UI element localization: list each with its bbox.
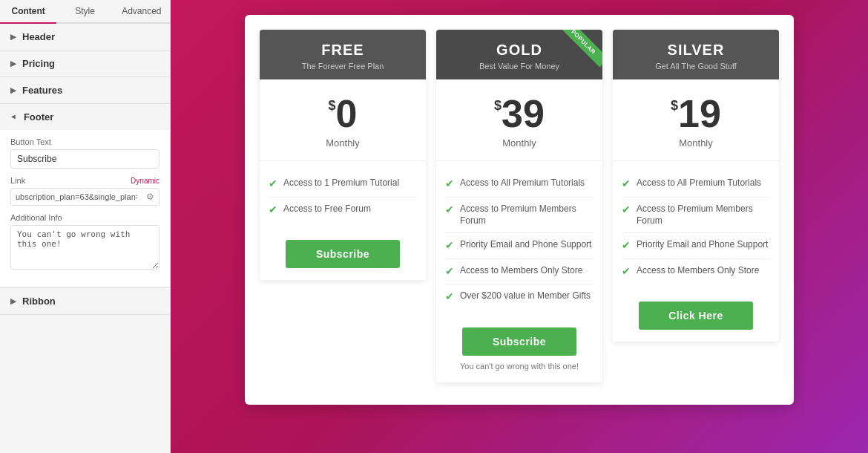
link-row: Link Dynamic ⚙ xyxy=(10,176,160,206)
price-amount-silver: $ 19 xyxy=(620,94,772,133)
card-subtitle-free: The Forever Free Plan xyxy=(267,62,418,71)
tab-advanced[interactable]: Advanced xyxy=(114,0,170,24)
feature-item: ✔ Access to Members Only Store xyxy=(622,259,770,284)
section-ribbon: ▶ Ribbon xyxy=(0,288,170,315)
feature-item: ✔ Access to Premium Members Forum xyxy=(622,198,770,234)
left-panel: Content Style Advanced ▶ Header ▶ Pricin… xyxy=(0,0,171,453)
arrow-icon: ▶ xyxy=(10,33,16,41)
arrow-icon-features: ▶ xyxy=(10,86,16,94)
price-period-silver: Monthly xyxy=(620,137,772,149)
price-number-free: 0 xyxy=(336,94,358,133)
feature-text: Access to All Premium Tutorials xyxy=(460,177,585,189)
card-header-silver: SILVER Get All The Good Stuff xyxy=(613,30,779,79)
price-amount-gold: $ 39 xyxy=(444,94,595,133)
feature-text: Priority Email and Phone Support xyxy=(637,238,768,251)
section-pricing: ▶ Pricing xyxy=(0,50,170,77)
section-header: ▶ Header xyxy=(0,24,170,50)
pricing-cards: FREE The Forever Free Plan $ 0 Monthly ✔… xyxy=(260,30,779,382)
feature-item: ✔ Access to 1 Premium Tutorial xyxy=(269,172,417,198)
subscribe-button-gold[interactable]: Subscribe xyxy=(462,327,576,356)
feature-item: ✔ Access to All Premium Tutorials xyxy=(445,172,594,198)
tab-style[interactable]: Style xyxy=(56,0,113,24)
card-price-free: $ 0 Monthly xyxy=(260,79,426,161)
card-title-silver: SILVER xyxy=(620,42,772,59)
link-settings-button[interactable]: ⚙ xyxy=(142,189,159,205)
check-icon: ✔ xyxy=(622,203,631,218)
pricing-card-silver: SILVER Get All The Good Stuff $ 19 Month… xyxy=(613,30,779,342)
price-period-free: Monthly xyxy=(267,137,418,149)
section-footer-toggle[interactable]: ▼ Footer xyxy=(0,104,170,130)
card-header-free: FREE The Forever Free Plan xyxy=(260,30,426,79)
section-header-toggle[interactable]: ▶ Header xyxy=(0,24,170,50)
section-pricing-toggle[interactable]: ▶ Pricing xyxy=(0,50,170,76)
button-text-label: Button Text xyxy=(10,137,160,146)
footer-content: Button Text Link Dynamic ⚙ Additional In… xyxy=(0,130,170,287)
section-pricing-label: Pricing xyxy=(22,58,55,69)
price-period-gold: Monthly xyxy=(444,137,595,149)
section-header-label: Header xyxy=(22,31,55,42)
arrow-icon-footer: ▼ xyxy=(10,114,18,121)
check-icon: ✔ xyxy=(622,177,631,192)
check-icon: ✔ xyxy=(622,238,631,253)
arrow-icon-ribbon: ▶ xyxy=(10,297,16,305)
card-header-gold: POPULAR GOLD Best Value For Money xyxy=(436,30,602,79)
feature-text: Priority Email and Phone Support xyxy=(460,238,591,251)
section-features-label: Features xyxy=(22,85,62,96)
additional-info-textarea[interactable]: You can't go wrong with this one! xyxy=(10,225,160,270)
check-icon: ✔ xyxy=(445,290,454,304)
check-icon: ✔ xyxy=(269,177,277,192)
check-icon: ✔ xyxy=(445,264,454,279)
additional-info-label: Additional Info xyxy=(10,213,160,222)
pricing-container: FREE The Forever Free Plan $ 0 Monthly ✔… xyxy=(245,15,794,405)
check-icon: ✔ xyxy=(445,177,454,192)
price-dollar-gold: $ xyxy=(494,99,502,112)
section-features-toggle[interactable]: ▶ Features xyxy=(0,77,170,103)
card-footer-free: Subscribe xyxy=(260,232,426,280)
check-icon: ✔ xyxy=(269,203,277,218)
pricing-card-free: FREE The Forever Free Plan $ 0 Monthly ✔… xyxy=(260,30,426,280)
additional-info-row: Additional Info You can't go wrong with … xyxy=(10,213,160,273)
feature-text: Over $200 value in Member Gifts xyxy=(460,290,591,302)
feature-text: Access to Free Forum xyxy=(283,203,371,215)
check-icon: ✔ xyxy=(445,203,454,218)
feature-item: ✔ Access to Premium Members Forum xyxy=(445,198,594,234)
card-price-silver: $ 19 Monthly xyxy=(613,79,779,161)
tab-content[interactable]: Content xyxy=(0,0,56,24)
feature-item: ✔ Priority Email and Phone Support xyxy=(445,233,594,259)
section-footer-label: Footer xyxy=(24,111,53,123)
dynamic-badge[interactable]: Dynamic xyxy=(131,177,160,185)
pricing-card-gold: POPULAR GOLD Best Value For Money $ 39 M… xyxy=(436,30,602,382)
feature-item: ✔ Access to Free Forum xyxy=(269,198,417,223)
link-input[interactable] xyxy=(11,189,142,205)
check-icon: ✔ xyxy=(445,238,454,253)
subscribe-button-free[interactable]: Subscribe xyxy=(286,240,400,268)
arrow-icon-pricing: ▶ xyxy=(10,59,16,68)
card-footer-gold: Subscribe You can't go wrong with this o… xyxy=(436,320,602,382)
price-number-silver: 19 xyxy=(678,94,721,133)
card-features-free: ✔ Access to 1 Premium Tutorial ✔ Access … xyxy=(260,161,426,232)
card-subtitle-silver: Get All The Good Stuff xyxy=(620,62,772,71)
section-footer: ▼ Footer Button Text Link Dynamic ⚙ xyxy=(0,104,170,288)
price-amount-free: $ 0 xyxy=(267,94,418,133)
section-ribbon-label: Ribbon xyxy=(22,296,56,307)
popular-badge: POPULAR xyxy=(559,30,602,67)
link-label: Link xyxy=(10,176,25,185)
section-ribbon-toggle[interactable]: ▶ Ribbon xyxy=(0,288,170,314)
subscribe-button-silver[interactable]: Click Here xyxy=(639,302,753,330)
card-title-free: FREE xyxy=(267,42,418,59)
section-features: ▶ Features xyxy=(0,77,170,104)
button-text-input[interactable] xyxy=(10,149,160,169)
card-price-gold: $ 39 Monthly xyxy=(436,79,602,161)
button-text-row: Button Text xyxy=(10,137,160,169)
feature-item: ✔ Priority Email and Phone Support xyxy=(622,233,770,259)
feature-text: Access to 1 Premium Tutorial xyxy=(283,177,399,189)
feature-text: Access to Members Only Store xyxy=(637,264,759,277)
feature-text: Access to Members Only Store xyxy=(460,264,582,277)
card-footer-silver: Click Here xyxy=(613,294,779,342)
right-panel: FREE The Forever Free Plan $ 0 Monthly ✔… xyxy=(171,0,868,453)
price-dollar-free: $ xyxy=(329,99,336,112)
card-features-silver: ✔ Access to All Premium Tutorials ✔ Acce… xyxy=(613,161,779,294)
feature-item: ✔ Access to Members Only Store xyxy=(445,259,594,285)
price-dollar-silver: $ xyxy=(671,99,678,112)
tabs-row: Content Style Advanced xyxy=(0,0,170,24)
